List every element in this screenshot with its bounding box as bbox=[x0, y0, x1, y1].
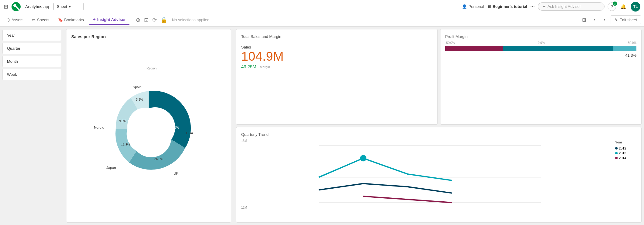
profit-bar-negative bbox=[445, 46, 503, 51]
margin-label: Margin bbox=[260, 65, 270, 69]
sidebar-item-week[interactable]: Week bbox=[2, 69, 61, 80]
sidebar-item-quarter[interactable]: Quarter bbox=[2, 43, 61, 54]
right-panel: Total Sales and Margin Sales 104.9M 43.2… bbox=[234, 27, 644, 225]
forward-icon[interactable]: ⟳ bbox=[151, 15, 158, 25]
profit-scale-mid: 0.0% bbox=[538, 41, 545, 45]
notification-badge: 3 bbox=[613, 2, 617, 6]
insight-advisor-nav-item[interactable]: ✦ Insight Advisor bbox=[89, 15, 130, 25]
legend-label-2014: 2014 bbox=[619, 156, 626, 160]
profit-scale-max: 50.0% bbox=[628, 41, 636, 45]
donut-segment-usa[interactable] bbox=[149, 91, 191, 148]
legend-item-2013: 2013 bbox=[615, 151, 636, 155]
personal-label: Personal bbox=[468, 4, 484, 9]
zoom-select-icon[interactable]: ⊕ bbox=[135, 15, 142, 25]
bookmark-icon: 🔖 bbox=[58, 18, 63, 22]
donut-chart-svg: Region USA UK bbox=[91, 63, 206, 191]
pct-uk: 26.9% bbox=[154, 157, 163, 161]
trend-dot-2013 bbox=[360, 155, 366, 161]
quarterly-trend-card: Quarterly Trend 13M 12M bbox=[236, 127, 642, 223]
sales-per-region-card: Sales per Region Region bbox=[66, 29, 231, 223]
nav-divider bbox=[132, 17, 132, 23]
y-label-max: 13M bbox=[241, 139, 247, 143]
pct-nordic: 9.9% bbox=[119, 119, 126, 123]
label-uk: UK bbox=[174, 172, 178, 175]
edit-sheet-label: Edit sheet bbox=[619, 18, 637, 22]
person-icon: 👤 bbox=[462, 4, 467, 9]
user-avatar[interactable]: TL bbox=[631, 2, 640, 12]
sub-nav-right: ⊞ ‹ › ✎ Edit sheet bbox=[580, 15, 641, 24]
legend-item-2012: 2012 bbox=[615, 146, 636, 150]
profit-margin-title: Profit Margin bbox=[445, 34, 637, 39]
expand-icon[interactable]: ⊡ bbox=[143, 15, 150, 25]
next-sheet-button[interactable]: › bbox=[600, 16, 609, 24]
profit-scale: -50.0% 0.0% 50.0% bbox=[445, 41, 637, 45]
qlik-logo bbox=[11, 2, 21, 12]
donut-segment-uk[interactable] bbox=[129, 139, 185, 170]
sparkle-icon: ✦ bbox=[542, 4, 546, 9]
notifications-button[interactable]: 🔔 bbox=[619, 2, 628, 11]
region-legend-label: Region bbox=[147, 67, 157, 70]
sheets-label: Sheets bbox=[37, 18, 49, 22]
tutorial-button[interactable]: 🖥 Beginner's tutorial bbox=[487, 4, 527, 9]
insight-placeholder: Ask Insight Advisor bbox=[548, 4, 581, 9]
sidebar-year-label: Year bbox=[7, 33, 15, 38]
bookmarks-label: Bookmarks bbox=[64, 18, 84, 22]
personal-button[interactable]: 👤 Personal bbox=[462, 4, 484, 9]
sidebar-month-label: Month bbox=[7, 59, 18, 64]
profit-scale-min: -50.0% bbox=[445, 41, 455, 45]
main-layout: Year Quarter Month Week Sales per Region… bbox=[0, 27, 644, 225]
label-nordic: Nordic bbox=[94, 126, 104, 129]
sheets-nav-item[interactable]: ▭ Sheets bbox=[28, 15, 53, 25]
sales-value: 104.9M bbox=[241, 49, 433, 63]
insight-nav-icon: ✦ bbox=[93, 17, 96, 22]
assets-nav-item[interactable]: ⬡ Assets bbox=[3, 15, 27, 25]
bookmarks-nav-item[interactable]: 🔖 Bookmarks bbox=[54, 15, 88, 25]
trend-svg bbox=[241, 139, 612, 215]
label-japan: Japan bbox=[106, 166, 116, 170]
legend-dot-2012 bbox=[615, 147, 618, 149]
bell-icon: 🔔 bbox=[620, 4, 626, 9]
apps-grid-icon[interactable]: ⊞ bbox=[4, 3, 8, 10]
no-selections-label: No selections applied bbox=[172, 18, 210, 22]
lock-icon[interactable]: 🔒 bbox=[159, 15, 168, 25]
sales-label: Sales bbox=[241, 45, 433, 49]
sub-nav: ⬡ Assets ▭ Sheets 🔖 Bookmarks ✦ Insight … bbox=[0, 13, 644, 27]
trend-content: 13M 12M bbox=[241, 139, 636, 215]
dropdown-chevron-icon: ▾ bbox=[69, 4, 71, 9]
sidebar-item-month[interactable]: Month bbox=[2, 56, 61, 67]
insight-advisor-search[interactable]: ✦ Ask Insight Advisor bbox=[538, 2, 605, 11]
sidebar: Year Quarter Month Week bbox=[0, 27, 64, 225]
trend-line-2012 bbox=[319, 183, 452, 193]
legend-label-2013: 2013 bbox=[619, 151, 626, 155]
insight-advisor-label: Insight Advisor bbox=[97, 17, 126, 22]
content-area: Sales per Region Region bbox=[64, 27, 644, 225]
pencil-icon: ✎ bbox=[615, 18, 618, 22]
sheet-dropdown[interactable]: Sheet ▾ bbox=[53, 3, 84, 10]
app-name: Analytics app bbox=[25, 4, 50, 9]
legend-label-2012: 2012 bbox=[619, 146, 626, 150]
sales-per-region-title: Sales per Region bbox=[71, 34, 226, 39]
prev-sheet-button[interactable]: ‹ bbox=[590, 16, 598, 24]
quarterly-trend-title: Quarterly Trend bbox=[241, 132, 636, 137]
margin-dash: · bbox=[258, 65, 258, 69]
profit-bar-track bbox=[445, 46, 637, 51]
top-bar: ⊞ Analytics app Sheet ▾ 👤 Personal 🖥 Beg… bbox=[0, 0, 644, 13]
profit-margin-card: Profit Margin -50.0% 0.0% 50.0% 41.3% bbox=[440, 29, 642, 125]
trend-chart: 13M 12M bbox=[241, 139, 612, 215]
total-sales-title: Total Sales and Margin bbox=[241, 34, 433, 39]
monitor-icon: 🖥 bbox=[487, 4, 491, 9]
pct-japan: 11.3% bbox=[121, 143, 130, 146]
sheet-label: Sheet bbox=[57, 4, 67, 9]
grid-layout-button[interactable]: ⊞ bbox=[580, 16, 588, 24]
help-button[interactable]: ? 3 bbox=[608, 2, 616, 11]
legend-dot-2014 bbox=[615, 157, 618, 159]
edit-sheet-button[interactable]: ✎ Edit sheet bbox=[611, 15, 641, 24]
tutorial-label: Beginner's tutorial bbox=[493, 4, 527, 9]
profit-percentage: 41.3% bbox=[445, 53, 637, 58]
more-options-button[interactable]: ··· bbox=[530, 3, 535, 10]
profit-bar-accent bbox=[613, 46, 636, 51]
sidebar-item-year[interactable]: Year bbox=[2, 30, 61, 41]
legend-dot-2013 bbox=[615, 152, 618, 154]
legend-title: Year bbox=[615, 140, 636, 144]
left-panel: Sales per Region Region bbox=[64, 27, 234, 225]
